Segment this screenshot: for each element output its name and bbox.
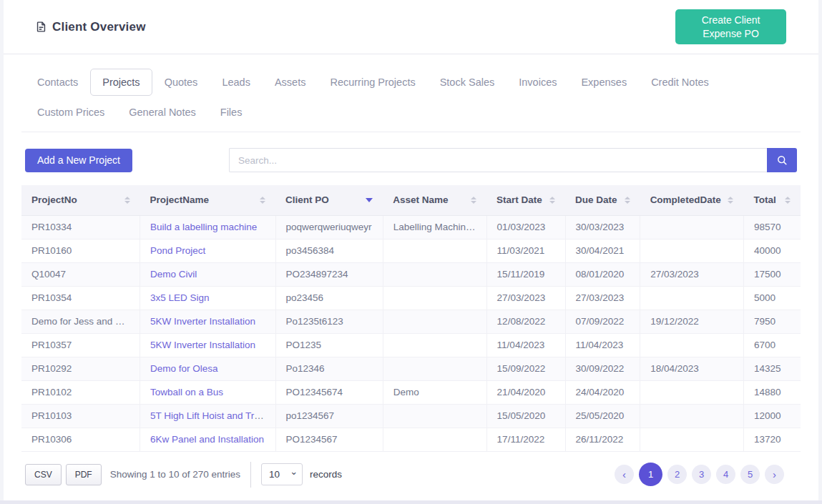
table-row: PR10160Pond Projectpo345638411/03/202130… bbox=[21, 239, 801, 262]
sort-icon bbox=[620, 197, 630, 204]
tab-credit-notes[interactable]: Credit Notes bbox=[639, 69, 721, 96]
project-name-link[interactable]: Demo Civil bbox=[150, 269, 197, 280]
cell-client-po: po3456384 bbox=[275, 239, 383, 262]
cell-asset-name bbox=[383, 404, 486, 428]
cell-project-name: 3x5 LED Sign bbox=[140, 286, 275, 310]
column-label: Due Date bbox=[575, 194, 617, 205]
tab-expenses[interactable]: Expenses bbox=[569, 69, 639, 96]
cell-project-no: PR10357 bbox=[21, 333, 140, 357]
pagination-page-2[interactable]: 2 bbox=[667, 465, 687, 484]
project-name-link[interactable]: 3x5 LED Sign bbox=[150, 292, 210, 303]
column-header-total[interactable]: Total bbox=[743, 185, 801, 215]
cell-client-po: poqwerqweriuqweyr bbox=[275, 215, 383, 239]
cell-asset-name bbox=[383, 262, 486, 286]
cell-due-date: 07/09/2022 bbox=[565, 310, 640, 333]
pagination-page-5[interactable]: 5 bbox=[740, 465, 760, 484]
project-name-link[interactable]: Pond Project bbox=[150, 245, 205, 256]
records-label: records bbox=[310, 469, 342, 480]
table-row: Demo for Jess and Matt5KW Inverter Insta… bbox=[21, 310, 801, 333]
column-header-due-date[interactable]: Due Date bbox=[565, 185, 640, 215]
cell-due-date: 27/03/2023 bbox=[565, 286, 640, 310]
client-overview-page: Client Overview Create Client Expense PO… bbox=[4, 0, 818, 500]
search-input[interactable] bbox=[229, 148, 767, 172]
project-name-link[interactable]: 5T High Lift Hoist and Trolley bbox=[150, 410, 274, 421]
cell-project-no: Q10047 bbox=[21, 262, 140, 286]
column-header-start-date[interactable]: Start Date bbox=[486, 185, 565, 215]
cell-asset-name bbox=[383, 428, 486, 451]
tab-assets[interactable]: Assets bbox=[263, 69, 318, 96]
column-label: Asset Name bbox=[393, 194, 448, 205]
tab-contacts[interactable]: Contacts bbox=[25, 69, 90, 96]
cell-start-date: 11/03/2021 bbox=[486, 239, 565, 262]
cell-asset-name bbox=[383, 357, 486, 380]
table-row: PR10292Demo for OlesaPo1234615/09/202230… bbox=[21, 357, 801, 380]
column-header-projectno[interactable]: ProjectNo bbox=[21, 185, 140, 215]
table-row: PR103066Kw Panel and InstallationPO12345… bbox=[21, 428, 801, 451]
tab-projects[interactable]: Projects bbox=[90, 69, 152, 96]
cell-project-no: PR10102 bbox=[21, 380, 140, 404]
create-client-expense-po-button[interactable]: Create Client Expense PO bbox=[675, 9, 786, 45]
title-wrap: Client Overview bbox=[35, 20, 146, 34]
cell-total: 17500 bbox=[743, 262, 801, 286]
project-name-link[interactable]: Towball on a Bus bbox=[150, 387, 223, 397]
column-header-asset-name[interactable]: Asset Name bbox=[383, 185, 486, 215]
pagination-page-1[interactable]: 1 bbox=[639, 463, 662, 486]
cell-total: 14325 bbox=[743, 357, 801, 380]
projects-table-body: PR10334Build a labelling machinepoqwerqw… bbox=[21, 215, 801, 451]
tab-quotes[interactable]: Quotes bbox=[152, 69, 210, 96]
cell-project-no: PR10334 bbox=[21, 215, 140, 239]
cell-start-date: 17/11/2022 bbox=[486, 428, 565, 451]
column-header-completeddate[interactable]: CompletedDate bbox=[640, 185, 744, 215]
records-select-wrap: 10 ⌄ bbox=[261, 463, 303, 485]
tab-general-notes[interactable]: General Notes bbox=[117, 99, 208, 126]
pagination-page-3[interactable]: 3 bbox=[692, 465, 711, 484]
cell-client-po: PO1235 bbox=[275, 333, 383, 357]
footer-divider bbox=[250, 462, 251, 488]
records-select[interactable]: 10 bbox=[261, 463, 303, 485]
column-label: CompletedDate bbox=[650, 194, 721, 205]
bottom-strip bbox=[0, 500, 822, 504]
project-name-link[interactable]: 6Kw Panel and Installation bbox=[150, 434, 264, 445]
pagination-next-button[interactable]: › bbox=[765, 465, 784, 484]
cell-completed-date bbox=[640, 428, 744, 451]
cell-completed-date: 18/04/2023 bbox=[640, 357, 744, 380]
sort-icon bbox=[466, 197, 476, 204]
pagination-prev-button[interactable]: ‹ bbox=[615, 465, 634, 484]
tab-stock-sales[interactable]: Stock Sales bbox=[428, 69, 507, 96]
tab-custom-prices[interactable]: Custom Prices bbox=[25, 99, 117, 126]
pdf-export-button[interactable]: PDF bbox=[66, 464, 102, 485]
showing-entries-text: Showing 1 to 10 of 270 entries bbox=[110, 469, 240, 480]
tab-invoices[interactable]: Invoices bbox=[507, 69, 569, 96]
cell-total: 5000 bbox=[743, 286, 801, 310]
column-header-projectname[interactable]: ProjectName bbox=[140, 185, 275, 215]
cell-project-name: 5T High Lift Hoist and Trolley bbox=[140, 404, 275, 428]
cell-project-name: Demo Civil bbox=[140, 262, 275, 286]
tab-leads[interactable]: Leads bbox=[210, 69, 263, 96]
pagination-page-4[interactable]: 4 bbox=[716, 465, 735, 484]
csv-export-button[interactable]: CSV bbox=[25, 464, 62, 485]
cell-total: 13720 bbox=[743, 428, 801, 451]
sort-desc-icon bbox=[361, 198, 373, 202]
file-signature-icon bbox=[35, 21, 47, 33]
cell-project-no: PR10292 bbox=[21, 357, 140, 380]
add-project-button[interactable]: Add a New Project bbox=[25, 149, 132, 172]
project-name-link[interactable]: 5KW Inverter Installation bbox=[150, 340, 255, 350]
column-label: Total bbox=[753, 194, 775, 205]
project-name-link[interactable]: Build a labelling machine bbox=[150, 222, 257, 232]
project-name-link[interactable]: 5KW Inverter Installation bbox=[150, 316, 255, 327]
cell-start-date: 15/09/2022 bbox=[486, 357, 565, 380]
cell-total: 12000 bbox=[743, 404, 801, 428]
tab-files[interactable]: Files bbox=[208, 99, 255, 126]
cell-completed-date bbox=[640, 286, 744, 310]
table-row: PR101035T High Lift Hoist and Trolleypo1… bbox=[21, 404, 801, 428]
column-header-client-po[interactable]: Client PO bbox=[275, 185, 383, 215]
cell-completed-date: 27/03/2023 bbox=[640, 262, 744, 286]
search-button[interactable] bbox=[767, 148, 797, 172]
cell-client-po: Po12346 bbox=[275, 357, 383, 380]
project-name-link[interactable]: Demo for Olesa bbox=[150, 363, 218, 374]
cell-total: 40000 bbox=[743, 239, 801, 262]
tab-recurring-projects[interactable]: Recurring Projects bbox=[318, 69, 427, 96]
cell-start-date: 21/04/2020 bbox=[486, 380, 565, 404]
cell-project-name: 5KW Inverter Installation bbox=[140, 310, 275, 333]
cell-project-name: Build a labelling machine bbox=[140, 215, 275, 239]
